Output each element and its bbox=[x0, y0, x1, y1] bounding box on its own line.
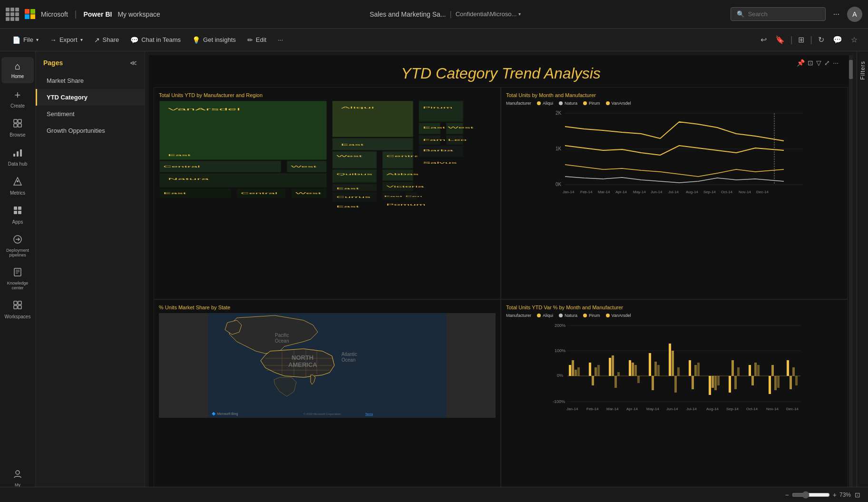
svg-rect-154 bbox=[694, 365, 697, 376]
svg-text:Oct-14: Oct-14 bbox=[746, 407, 758, 411]
bookmark-button[interactable]: 🔖 bbox=[772, 33, 788, 46]
collapse-pages-button[interactable]: ≪ bbox=[130, 59, 137, 67]
file-icon: 📄 bbox=[12, 36, 20, 44]
bar-chart-svg: 200% 100% 0% -100% bbox=[506, 320, 843, 415]
fit-to-page-button[interactable]: ⊡ bbox=[855, 491, 860, 499]
page-item-growth-opportunities[interactable]: Growth Opportunities bbox=[36, 122, 145, 139]
svg-text:Apr-14: Apr-14 bbox=[615, 190, 627, 194]
svg-rect-10 bbox=[18, 207, 21, 210]
more-options-toolbar[interactable]: ··· bbox=[273, 33, 288, 46]
canvas-toolbar: 📌 ⊡ ▽ ⤢ ··· bbox=[797, 59, 839, 67]
sidebar-item-datahub[interactable]: Data hub bbox=[1, 144, 34, 171]
sidebar-item-apps[interactable]: Apps bbox=[1, 202, 34, 229]
svg-rect-142 bbox=[634, 365, 637, 376]
svg-text:Central: Central bbox=[241, 192, 277, 195]
svg-text:West: West bbox=[295, 192, 321, 195]
page-item-market-share[interactable]: Market Share bbox=[36, 72, 145, 89]
svg-rect-169 bbox=[771, 365, 774, 376]
chat-in-teams-button[interactable]: 💬 Chat in Teams bbox=[126, 33, 185, 47]
workspace-label[interactable]: My workspace bbox=[117, 10, 160, 18]
sidebar-item-knowledge[interactable]: Knowledge center bbox=[1, 264, 34, 295]
svg-text:East: East bbox=[168, 154, 191, 157]
scroll-indicator[interactable] bbox=[849, 55, 853, 498]
bar-chart-legend: Manufacturer Aliqui Natura Pirum bbox=[506, 313, 843, 318]
sidebar-item-create[interactable]: + Create bbox=[1, 85, 34, 113]
svg-text:East: East bbox=[341, 143, 364, 146]
svg-rect-134 bbox=[595, 367, 597, 376]
zoom-slider[interactable] bbox=[792, 491, 830, 499]
export-button[interactable]: → Export ▾ bbox=[45, 33, 88, 47]
comment-button[interactable]: 💬 bbox=[830, 33, 845, 46]
confidential-label[interactable]: Confidential\Microso... ▾ bbox=[456, 10, 521, 18]
view-options-button[interactable]: ⊞ bbox=[795, 33, 807, 46]
sidebar-label-browse: Browse bbox=[10, 132, 25, 138]
sidebar-item-home[interactable]: ⌂ Home bbox=[1, 57, 34, 83]
avatar[interactable]: A bbox=[847, 7, 862, 22]
svg-text:AMERICA: AMERICA bbox=[288, 361, 317, 368]
zoom-minus-button[interactable]: − bbox=[785, 491, 789, 499]
svg-rect-165 bbox=[751, 376, 754, 385]
zoom-plus-button[interactable]: + bbox=[833, 491, 837, 499]
svg-rect-4 bbox=[13, 154, 15, 157]
svg-rect-155 bbox=[697, 363, 700, 376]
sidebar-item-deployment[interactable]: Deployment pipelines bbox=[1, 231, 34, 262]
refresh-button[interactable]: ↻ bbox=[815, 33, 827, 46]
svg-text:1K: 1K bbox=[556, 146, 562, 151]
favorite-button[interactable]: ☆ bbox=[848, 33, 860, 46]
bar-chart-container[interactable]: 200% 100% 0% -100% bbox=[506, 320, 843, 415]
filters-panel[interactable]: Filters bbox=[857, 51, 868, 502]
myworkspace-icon bbox=[13, 469, 22, 481]
copy-icon[interactable]: ⊡ bbox=[808, 59, 813, 67]
svg-text:East: East bbox=[384, 195, 402, 197]
svg-text:0K: 0K bbox=[556, 182, 562, 187]
svg-rect-64 bbox=[418, 101, 464, 122]
svg-rect-0 bbox=[14, 119, 17, 123]
svg-rect-46 bbox=[332, 169, 378, 183]
svg-rect-144 bbox=[649, 353, 651, 376]
search-input[interactable] bbox=[748, 10, 815, 18]
svg-rect-161 bbox=[731, 360, 734, 376]
svg-rect-138 bbox=[614, 376, 617, 388]
svg-rect-2 bbox=[14, 124, 17, 127]
svg-rect-130 bbox=[575, 370, 577, 376]
svg-text:Jan-14: Jan-14 bbox=[566, 407, 578, 411]
undo-button[interactable]: ↩ bbox=[758, 33, 770, 46]
expand-icon[interactable]: ⤢ bbox=[824, 59, 830, 67]
bar-legend-dot-pirum bbox=[583, 314, 587, 317]
file-button[interactable]: 📄 File ▾ bbox=[8, 33, 43, 47]
scroll-thumb[interactable] bbox=[849, 60, 853, 79]
svg-rect-170 bbox=[774, 376, 777, 390]
sidebar-label-home: Home bbox=[11, 74, 24, 79]
app-launcher-icon[interactable] bbox=[6, 8, 19, 21]
edit-button[interactable]: ✏ Edit bbox=[243, 33, 271, 47]
svg-text:West: West bbox=[448, 126, 474, 129]
treemap-container[interactable]: VanArsdel East Central West bbox=[159, 101, 496, 225]
legend-dot-vanarsdel bbox=[606, 101, 610, 105]
svg-text:Jul-14: Jul-14 bbox=[668, 190, 679, 194]
bar-legend-natura: Natura bbox=[559, 313, 577, 318]
get-insights-button[interactable]: 💡 Get insights bbox=[187, 33, 241, 47]
apps-icon bbox=[13, 206, 22, 217]
pin-icon[interactable]: 📌 bbox=[797, 59, 805, 67]
share-button[interactable]: ↗ Share bbox=[89, 33, 124, 47]
page-item-sentiment[interactable]: Sentiment bbox=[36, 106, 145, 122]
line-chart-container[interactable]: 2K 1K 0K bbox=[506, 108, 843, 212]
browse-icon bbox=[13, 118, 22, 130]
more-visual-options[interactable]: ··· bbox=[833, 59, 839, 67]
svg-text:May-14: May-14 bbox=[646, 407, 659, 411]
line-chart-legend: Manufacturer Aliqui Natura Pirum bbox=[506, 101, 843, 106]
svg-rect-167 bbox=[757, 365, 760, 376]
bar-legend-dot-aliqui bbox=[537, 314, 541, 317]
svg-text:NORTH: NORTH bbox=[292, 354, 313, 361]
bar-chart-title: Total Units YTD Var % by Month and Manuf… bbox=[506, 305, 843, 310]
sidebar-item-browse[interactable]: Browse bbox=[1, 115, 34, 142]
sidebar-item-metrics[interactable]: Metrics bbox=[1, 173, 34, 200]
sidebar-item-workspaces[interactable]: Workspaces bbox=[1, 296, 34, 324]
chevron-down-icon: ▾ bbox=[36, 37, 39, 42]
page-item-ytd-category[interactable]: YTD Category bbox=[36, 89, 145, 106]
svg-text:Apr-14: Apr-14 bbox=[626, 407, 638, 411]
map-container[interactable]: Pacific Ocean Atlantic Ocean NORTH AMERI… bbox=[159, 313, 496, 418]
filter-icon[interactable]: ▽ bbox=[816, 59, 821, 67]
more-options-button[interactable]: ··· bbox=[831, 8, 841, 20]
search-box[interactable]: 🔍 bbox=[731, 7, 826, 21]
